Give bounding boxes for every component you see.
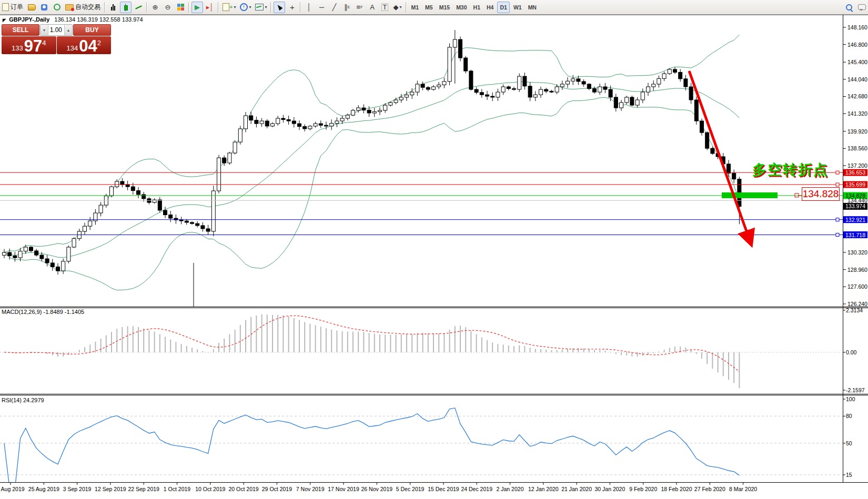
svg-text:137.200: 137.200 [847,162,867,169]
vline-tool-button[interactable]: │ [303,2,315,13]
zoom-in-button[interactable]: ⊕ [149,2,161,13]
svg-text:8 Mar 2020: 8 Mar 2020 [729,486,757,492]
svg-text:127.600: 127.600 [847,283,867,290]
svg-text:17 Nov 2019: 17 Nov 2019 [328,486,359,492]
svg-text:145.400: 145.400 [847,59,867,65]
separator [146,2,147,13]
tile-windows-button[interactable] [175,2,186,13]
text-icon: A [370,4,375,11]
svg-text:142.680: 142.680 [847,93,867,99]
label-icon: T [381,3,389,11]
auto-scroll-button[interactable]: ▶ [191,2,203,13]
hline-tool-button[interactable]: ─ [316,2,327,13]
chat-button[interactable] [856,2,867,13]
svg-text:21 Jan 2020: 21 Jan 2020 [561,486,592,492]
chevron-down-icon: ▾ [249,5,251,9]
svg-text:138.560: 138.560 [847,145,867,151]
zoom-out-button[interactable]: ⊖ [162,2,174,13]
arrows-tool-button[interactable]: ◆▾ [391,2,403,13]
svg-text:24 Dec 2019: 24 Dec 2019 [461,486,492,492]
price-label-box[interactable]: 134.828 [802,187,840,201]
tf-m5-button[interactable]: M5 [422,2,436,13]
trendline-tool-button[interactable]: ╱ [328,2,340,13]
svg-text:12 Sep 2019: 12 Sep 2019 [95,486,126,492]
svg-text:2 Jan 2020: 2 Jan 2020 [497,486,524,492]
label-tool-button[interactable]: T [379,2,390,13]
tf-h1-button[interactable]: H1 [471,2,483,13]
bar-chart-icon [111,4,115,11]
ohlc-values: 136.134 136.319 132.558 133.974 [54,16,143,23]
search-icon [846,4,852,11]
svg-text:3 Sep 2019: 3 Sep 2019 [63,486,92,492]
search-button[interactable] [843,2,855,13]
svg-text:7 Nov 2019: 7 Nov 2019 [296,486,325,492]
svg-text:80: 80 [846,413,852,419]
volume-value[interactable]: 1.00 [48,25,64,35]
line-chart-button[interactable] [133,2,144,13]
signals-button[interactable] [51,2,63,13]
separator [188,2,189,13]
svg-text:29 Oct 2019: 29 Oct 2019 [262,486,292,492]
sell-button[interactable]: SELL [2,24,39,36]
svg-text:133.974: 133.974 [845,203,865,209]
svg-text:141.320: 141.320 [847,110,867,117]
templates-button[interactable]: ▾ [254,2,268,13]
fibonacci-tool-button[interactable]: ≡F [354,2,365,13]
zoom-in-icon: ⊕ [153,4,158,11]
buy-price[interactable]: 134 04 2 [57,36,112,54]
macd-label: MACD(12,26,9) -1.8489 -1.1405 [2,309,84,315]
sell-price[interactable]: 133 97 4 [2,36,56,54]
toolbar: 订单 自动交易 ⊕ ⊖ ▶ ▸│ +▾ ▾ ▾ + │ ─ ╱ ∥E ≡F A … [0,0,868,15]
hline-icon: ─ [319,4,324,11]
tf-h4-button[interactable]: H4 [484,2,496,13]
cursor-button[interactable] [274,2,285,13]
text-annotation[interactable]: 多空转折点 [752,160,829,179]
svg-text:-2.1597: -2.1597 [846,387,865,393]
one-click-toggle-icon[interactable]: ◤ [3,18,6,23]
text-tool-button[interactable]: A [366,2,378,13]
indicators-button[interactable]: +▾ [221,2,237,13]
chart-canvas[interactable]: 136.653135.699134.828134.440133.974132.9… [0,0,868,499]
svg-text:146.800: 146.800 [847,42,867,48]
tf-d1-button[interactable]: D1 [497,2,509,13]
svg-text:2.3134: 2.3134 [846,307,863,313]
bar-chart-button[interactable] [107,2,119,13]
template-icon [255,4,264,11]
chat-icon [858,4,866,10]
crosshair-button[interactable]: + [286,2,298,13]
svg-text:22 Sep 2019: 22 Sep 2019 [128,486,159,492]
tf-m30-button[interactable]: M30 [453,2,469,13]
thick-level-segment[interactable] [722,192,778,198]
new-order-button[interactable]: 订单 [1,2,25,13]
editor-icon [41,4,47,11]
svg-text:132.921: 132.921 [845,217,865,223]
channel-tool-button[interactable]: ∥E [341,2,352,13]
svg-text:5 Aug 2019: 5 Aug 2019 [0,486,25,492]
svg-text:15 Dec 2019: 15 Dec 2019 [428,486,459,492]
tf-m1-button[interactable]: M1 [409,2,422,13]
buy-button[interactable]: BUY [73,24,111,36]
auto-scroll-icon: ▶ [195,4,200,11]
svg-text:126.240: 126.240 [847,301,867,307]
chevron-down-icon: ▾ [399,5,401,9]
svg-text:100: 100 [846,396,855,402]
volume-up-button[interactable]: ▲ [64,25,72,35]
tf-w1-button[interactable]: W1 [511,2,524,13]
svg-text:10 Oct 2019: 10 Oct 2019 [195,486,225,492]
tf-m15-button[interactable]: M15 [437,2,452,13]
new-order-label: 订单 [11,3,23,12]
line-chart-icon [135,5,142,9]
svg-text:9 Feb 2020: 9 Feb 2020 [629,486,657,492]
periods-button[interactable]: ▾ [238,2,253,13]
fibonacci-icon: ≡ [357,4,361,11]
svg-text:12 Jan 2020: 12 Jan 2020 [528,486,559,492]
autotrading-button[interactable]: 自动交易 [64,2,102,13]
symbol-period-label: GBPJPY-,Daily [9,16,49,23]
market-watch-button[interactable] [26,2,37,13]
candle-chart-button[interactable] [120,2,132,13]
chart-shift-button[interactable]: ▸│ [204,2,216,13]
metaeditor-button[interactable] [38,2,50,13]
tf-mn-button[interactable]: MN [526,2,539,13]
svg-text:50: 50 [846,440,852,446]
volume-down-button[interactable]: ▼ [41,25,48,35]
